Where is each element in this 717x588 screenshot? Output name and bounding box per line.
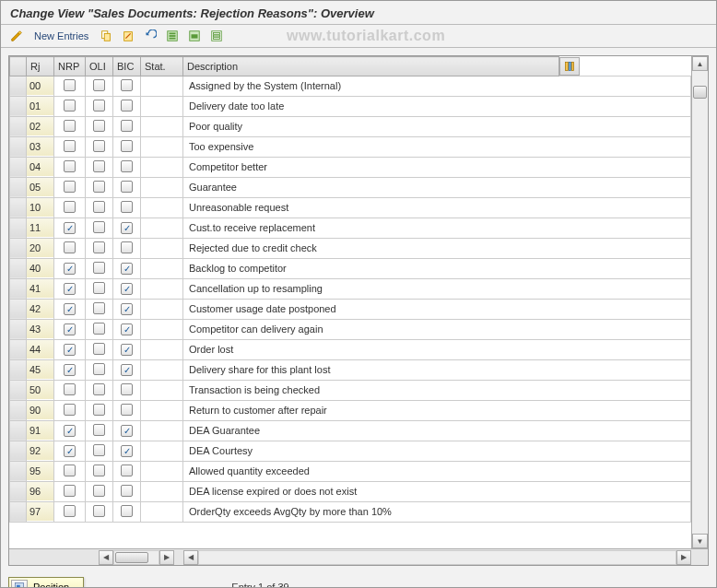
col-oli[interactable]: OLI: [86, 57, 113, 76]
oli-checkbox[interactable]: [93, 444, 105, 456]
stat-cell[interactable]: [141, 136, 183, 157]
hscroll-right2-icon[interactable]: ▶: [676, 550, 691, 565]
row-selector[interactable]: [10, 197, 27, 218]
row-selector[interactable]: [10, 339, 27, 359]
hscroll-thumb-left[interactable]: [115, 552, 148, 563]
select-block-icon[interactable]: [186, 28, 203, 44]
stat-cell[interactable]: [141, 441, 183, 461]
row-selector[interactable]: [10, 461, 27, 481]
stat-cell[interactable]: [141, 177, 183, 197]
row-selector[interactable]: [10, 299, 27, 319]
description-cell[interactable]: Backlog to competitor: [183, 258, 691, 278]
bic-checkbox[interactable]: [121, 485, 133, 497]
nrp-checkbox[interactable]: [64, 79, 76, 91]
bic-checkbox[interactable]: [121, 505, 133, 517]
edit-icon[interactable]: [8, 28, 25, 44]
oli-checkbox[interactable]: [93, 404, 105, 416]
vscroll-thumb[interactable]: [693, 86, 707, 99]
rj-input[interactable]: [27, 300, 53, 318]
stat-cell[interactable]: [141, 278, 183, 299]
stat-cell[interactable]: [141, 238, 183, 258]
rj-input[interactable]: [27, 401, 53, 419]
stat-cell[interactable]: [141, 96, 183, 116]
stat-cell[interactable]: [141, 481, 183, 501]
hscroll-right-icon[interactable]: ▶: [159, 550, 174, 565]
rj-input[interactable]: [27, 320, 53, 338]
stat-cell[interactable]: [141, 319, 183, 339]
description-cell[interactable]: Cancellation up to resampling: [183, 278, 691, 299]
rj-input[interactable]: [27, 279, 53, 298]
bic-checkbox[interactable]: ✓: [121, 303, 133, 315]
bic-checkbox[interactable]: [121, 404, 133, 416]
description-cell[interactable]: Delivery date too late: [183, 96, 691, 116]
oli-checkbox[interactable]: [93, 505, 105, 517]
oli-checkbox[interactable]: [93, 282, 105, 294]
oli-checkbox[interactable]: [93, 343, 105, 355]
col-description[interactable]: Description: [183, 57, 559, 76]
description-cell[interactable]: Poor quality: [183, 116, 691, 136]
stat-cell[interactable]: [141, 76, 183, 96]
col-row-selector[interactable]: [10, 57, 27, 76]
row-selector[interactable]: [10, 116, 27, 136]
stat-cell[interactable]: [141, 359, 183, 380]
stat-cell[interactable]: [141, 339, 183, 359]
select-all-icon[interactable]: [164, 28, 181, 44]
rj-input[interactable]: [27, 218, 53, 237]
oli-checkbox[interactable]: [93, 120, 105, 132]
description-cell[interactable]: DEA Guarantee: [183, 420, 691, 441]
scroll-up-icon[interactable]: ▲: [692, 56, 708, 71]
oli-checkbox[interactable]: [93, 181, 105, 193]
delete-icon[interactable]: [120, 28, 136, 44]
col-nrp[interactable]: NRP: [54, 57, 86, 76]
nrp-checkbox[interactable]: ✓: [64, 364, 76, 376]
row-selector[interactable]: [10, 157, 27, 177]
vertical-scrollbar[interactable]: ▲ ▼: [691, 56, 708, 548]
oli-checkbox[interactable]: [93, 221, 105, 233]
nrp-checkbox[interactable]: [64, 181, 76, 193]
description-cell[interactable]: Return to customer after repair: [183, 400, 691, 420]
hscroll-left-icon[interactable]: ◀: [99, 550, 113, 565]
row-selector[interactable]: [10, 258, 27, 278]
bic-checkbox[interactable]: [121, 201, 133, 213]
rj-input[interactable]: [27, 259, 53, 277]
stat-cell[interactable]: [141, 218, 183, 238]
description-cell[interactable]: Guarantee: [183, 177, 691, 197]
nrp-checkbox[interactable]: [64, 465, 76, 476]
description-cell[interactable]: Order lost: [183, 339, 691, 359]
rj-input[interactable]: [27, 381, 53, 399]
nrp-checkbox[interactable]: [64, 160, 76, 172]
description-cell[interactable]: Delivery share for this plant lost: [183, 359, 691, 380]
stat-cell[interactable]: [141, 258, 183, 278]
oli-checkbox[interactable]: [93, 465, 105, 476]
nrp-checkbox[interactable]: [64, 140, 76, 152]
bic-checkbox[interactable]: [121, 79, 133, 91]
nrp-checkbox[interactable]: ✓: [64, 344, 76, 356]
rj-input[interactable]: [27, 502, 53, 521]
oli-checkbox[interactable]: [93, 160, 105, 172]
row-selector[interactable]: [10, 380, 27, 400]
description-cell[interactable]: Transaction is being checked: [183, 380, 691, 400]
stat-cell[interactable]: [141, 197, 183, 218]
bic-checkbox[interactable]: [121, 383, 133, 395]
oli-checkbox[interactable]: [93, 262, 105, 274]
col-bic[interactable]: BIC: [113, 57, 141, 76]
stat-cell[interactable]: [141, 380, 183, 400]
description-cell[interactable]: Competitor better: [183, 157, 691, 177]
oli-checkbox[interactable]: [93, 363, 105, 375]
oli-checkbox[interactable]: [93, 424, 105, 436]
bic-checkbox[interactable]: ✓: [121, 364, 133, 376]
bic-checkbox[interactable]: [121, 100, 133, 112]
description-cell[interactable]: Too expensive: [183, 136, 691, 157]
nrp-checkbox[interactable]: [64, 404, 76, 416]
description-cell[interactable]: Unreasonable request: [183, 197, 691, 218]
row-selector[interactable]: [10, 136, 27, 157]
oli-checkbox[interactable]: [93, 302, 105, 314]
nrp-checkbox[interactable]: ✓: [64, 283, 76, 295]
rj-input[interactable]: [27, 482, 53, 500]
rj-input[interactable]: [27, 421, 53, 440]
nrp-checkbox[interactable]: ✓: [64, 323, 76, 335]
rj-input[interactable]: [27, 158, 53, 176]
stat-cell[interactable]: [141, 299, 183, 319]
nrp-checkbox[interactable]: ✓: [64, 222, 76, 234]
rj-input[interactable]: [27, 340, 53, 359]
